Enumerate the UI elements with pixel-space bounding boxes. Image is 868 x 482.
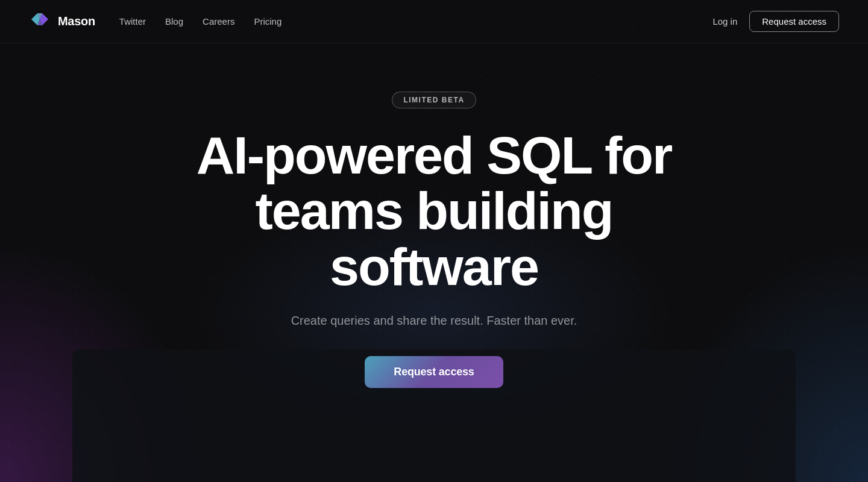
hero-subtitle: Create queries and share the result. Fas… (291, 311, 577, 330)
nav-link-careers[interactable]: Careers (203, 16, 234, 27)
navbar: Mason Twitter Blog Careers Pricing Log i… (0, 0, 868, 43)
hero-title-line1: AI-powered SQL for (197, 125, 672, 185)
beta-badge: LIMITED BETA (392, 92, 476, 108)
hero-section: LIMITED BETA AI-powered SQL for teams bu… (0, 43, 868, 388)
logo-container[interactable]: Mason (29, 11, 95, 33)
nav-link-twitter[interactable]: Twitter (119, 16, 146, 27)
request-access-nav-button[interactable]: Request access (749, 11, 839, 32)
request-access-hero-button[interactable]: Request access (365, 356, 503, 388)
logo-name: Mason (58, 14, 95, 28)
nav-link-pricing[interactable]: Pricing (254, 16, 281, 27)
hero-title-line2: teams building software (256, 181, 613, 296)
login-button[interactable]: Log in (712, 16, 737, 27)
nav-right: Log in Request access (712, 11, 839, 32)
logo-icon (29, 11, 51, 33)
nav-links: Twitter Blog Careers Pricing (119, 16, 281, 27)
nav-link-blog[interactable]: Blog (165, 16, 183, 27)
hero-title: AI-powered SQL for teams building softwa… (193, 128, 675, 295)
nav-left: Mason Twitter Blog Careers Pricing (29, 11, 281, 33)
beta-badge-text: LIMITED BETA (403, 96, 464, 104)
